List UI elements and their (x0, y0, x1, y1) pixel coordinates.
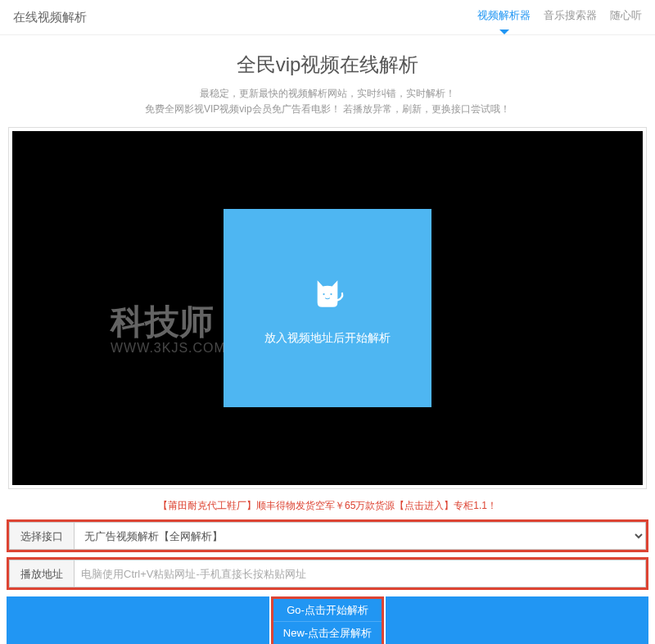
address-input[interactable] (75, 560, 646, 587)
promo-text[interactable]: 【莆田耐克代工鞋厂】顺丰得物发货空军￥65万款货源【点击进入】专柜1.1！ (0, 499, 655, 513)
svg-point-1 (330, 293, 332, 295)
btn-center-wrap: Go-点击开始解析 New-点击全屏解析 (271, 596, 384, 644)
header-title: 在线视频解析 (13, 10, 87, 25)
nav-item-music[interactable]: 音乐搜索器 (544, 8, 597, 26)
subtitle-2: 免费全网影视VIP视频vip会员免广告看电影！ 若播放异常，刷新，更换接口尝试哦… (0, 102, 655, 117)
svg-point-0 (323, 293, 324, 295)
address-label: 播放地址 (9, 560, 75, 587)
interface-label: 选择接口 (9, 522, 75, 550)
address-row: 播放地址 (7, 557, 648, 590)
watermark-sub: WWW.3KJS.COM (111, 341, 226, 356)
cat-icon (305, 270, 350, 316)
video-player[interactable]: 放入视频地址后开始解析 科技师 WWW.3KJS.COM (12, 131, 643, 485)
header: 在线视频解析 视频解析器 音乐搜索器 随心听 (0, 0, 655, 35)
interface-row: 选择接口 无广告视频解析【全网解析】 (7, 519, 648, 552)
subtitle-1: 最稳定，更新最快的视频解析网站，实时纠错，实时解析！ (0, 86, 655, 102)
nav-item-listen[interactable]: 随心听 (610, 8, 642, 26)
player-hint: 放入视频地址后开始解析 (264, 331, 391, 346)
video-container: 放入视频地址后开始解析 科技师 WWW.3KJS.COM (8, 127, 647, 489)
player-placeholder: 放入视频地址后开始解析 (224, 209, 431, 407)
button-row: Go-点击开始解析 New-点击全屏解析 (7, 596, 648, 644)
nav-item-parser[interactable]: 视频解析器 (477, 8, 531, 26)
btn-go[interactable]: Go-点击开始解析 (273, 599, 382, 622)
watermark-main: 科技师 (111, 305, 214, 339)
btn-new[interactable]: New-点击全屏解析 (273, 622, 382, 644)
interface-select[interactable]: 无广告视频解析【全网解析】 (75, 522, 646, 550)
nav: 视频解析器 音乐搜索器 随心听 (477, 8, 642, 26)
btn-right[interactable] (386, 596, 648, 644)
btn-left[interactable] (7, 596, 269, 644)
main-title: 全民vip视频在线解析 (0, 52, 655, 78)
